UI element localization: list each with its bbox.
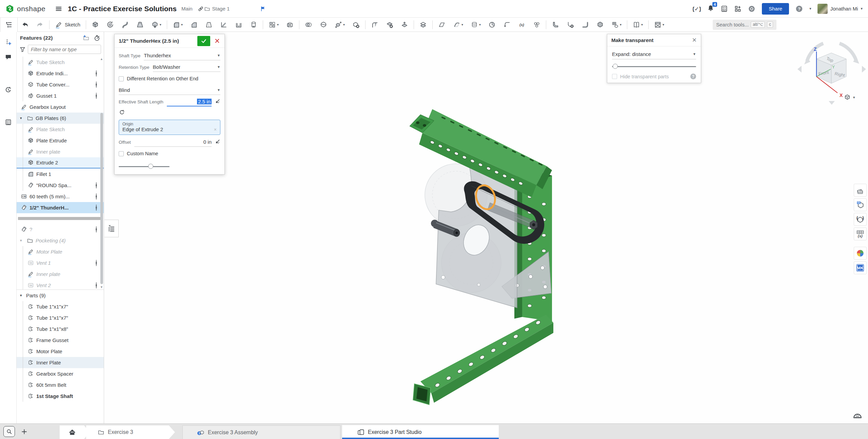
add-tab-button[interactable] (18, 426, 30, 437)
app-store-icon[interactable] (734, 5, 742, 13)
scroll-down-icon[interactable]: ▼ (100, 285, 103, 289)
shaft-type-select[interactable]: Thunderhex ▼ (144, 51, 220, 60)
3d-model[interactable] (400, 95, 559, 410)
feature-row[interactable]: ▾GB Plates (6) (17, 113, 104, 124)
offset-input[interactable]: 0 in (134, 138, 212, 147)
part-row[interactable]: Tube 1"x1"x7" (17, 301, 104, 312)
expand-mode-select[interactable]: Expand: distance ▼ (612, 49, 696, 59)
groups-tool-button[interactable] (529, 19, 544, 31)
flip-direction-icon[interactable] (119, 109, 125, 116)
drag-handle-icon[interactable] (94, 204, 99, 211)
sketch-tool-button[interactable]: Sketch (51, 19, 84, 31)
feature-row[interactable]: Plate Extrude (17, 135, 104, 146)
feature-row[interactable]: Fillet 1 (17, 168, 104, 180)
drag-handle-icon[interactable] (94, 70, 99, 77)
notebook-tool-button[interactable]: ▾ (629, 19, 647, 31)
help-circle-icon[interactable]: ? (690, 74, 696, 79)
feature-row[interactable]: Extrude 2 (17, 157, 104, 168)
home-tab[interactable] (60, 425, 90, 439)
tool-caret-icon[interactable]: ▾ (663, 23, 664, 26)
feature-row[interactable]: 1/2" ThunderH... (17, 202, 104, 213)
scroll-up-icon[interactable]: ▲ (100, 57, 103, 61)
view-options-menu[interactable]: ▾ (844, 94, 855, 101)
breadcrumb[interactable]: Stage 1 (204, 6, 230, 12)
rib-tool-button[interactable] (216, 19, 231, 31)
tool-caret-icon[interactable]: ▾ (277, 23, 279, 26)
linear-pattern-tool-button[interactable]: ▾ (265, 19, 282, 31)
undo-tool-button[interactable] (18, 19, 33, 31)
part-row[interactable]: Tube 1"x1"x7" (17, 312, 104, 323)
plane-tool-button[interactable] (434, 19, 449, 31)
remove-selection-icon[interactable]: × (214, 127, 217, 132)
featurescript-notices-icon[interactable]: {✓} (693, 5, 701, 13)
feature-row[interactable]: Plate Sketch (17, 124, 104, 135)
sm-solid-tool-button[interactable] (593, 19, 608, 31)
extrude-tool-button[interactable] (88, 19, 103, 31)
flag-icon[interactable] (260, 6, 266, 12)
search-tabs-button[interactable] (3, 426, 15, 437)
feature-row[interactable]: ▾Pocketing (4) (17, 235, 104, 246)
bom-cube-panel-button[interactable] (854, 198, 867, 211)
measure-tool[interactable] (852, 410, 863, 422)
feature-row[interactable]: Tube Sketch (17, 57, 104, 68)
share-button[interactable]: Share (762, 3, 789, 15)
part-row[interactable]: Tube 1"x1"x8" (17, 323, 104, 335)
origin-selection-box[interactable]: Origin Edge of Extrude 2 × (119, 120, 220, 135)
parts-header[interactable]: ▾ Parts (9) (17, 290, 104, 301)
opacity-slider[interactable] (119, 163, 170, 170)
sweep-tool-button[interactable] (118, 19, 133, 31)
feature-row[interactable]: VeVent 2 (17, 280, 104, 290)
retention-type-select[interactable]: Bolt/Washer ▼ (153, 63, 220, 72)
new-folder-icon[interactable] (83, 35, 90, 41)
help-icon[interactable]: ? (795, 5, 803, 13)
cancel-button[interactable] (212, 36, 222, 46)
measure-arrow-icon[interactable] (214, 139, 220, 145)
slider-knob[interactable] (148, 164, 153, 169)
confirm-button[interactable] (197, 36, 210, 46)
feature-row[interactable]: Extrude Indi... (17, 68, 104, 79)
filter-icon[interactable] (19, 46, 26, 53)
chamfer-tool-button[interactable] (186, 19, 201, 31)
redo-tool-button[interactable] (33, 19, 47, 31)
cylinder-tool-button[interactable] (485, 19, 499, 31)
workspace-label[interactable]: Main (181, 6, 193, 12)
feature-row[interactable]: CB60 teeth (5 mm)... (17, 191, 104, 202)
shell-tool-button[interactable] (231, 19, 246, 31)
mirror-tool-button[interactable] (282, 19, 297, 31)
measure-arrow-icon[interactable] (214, 98, 220, 105)
variable-table-panel-button[interactable]: (x) (854, 227, 867, 240)
boolean-tool-button[interactable] (301, 19, 316, 31)
drag-handle-icon[interactable] (94, 193, 99, 200)
part-row[interactable]: Frame Gusset (17, 335, 104, 346)
onshape-logo[interactable]: onshape (5, 4, 45, 13)
part-row[interactable]: Gearbox Spacer (17, 368, 104, 379)
tasks-icon[interactable] (721, 5, 728, 13)
curve-tool-button[interactable]: ▾ (449, 19, 467, 31)
feature-row[interactable]: Inner plate (17, 268, 104, 280)
feature-tree-scroll[interactable]: Tube SketchExtrude Indi...Tube Conver...… (17, 57, 104, 290)
loft-tool-button[interactable] (133, 19, 147, 31)
modify-fillet-tool-button[interactable] (367, 19, 382, 31)
pie-app-panel-button[interactable] (854, 247, 867, 260)
mk-app-panel-button[interactable]: MK (854, 261, 867, 274)
main-menu-icon[interactable] (55, 5, 62, 13)
link-icon[interactable] (197, 5, 204, 12)
slider-knob[interactable] (613, 64, 618, 69)
comments-button[interactable] (1, 51, 15, 63)
draft-tool-button[interactable] (201, 19, 216, 31)
drag-handle-icon[interactable] (94, 182, 99, 189)
part-row[interactable]: Inner Plate (17, 357, 104, 368)
hole-tool-button[interactable] (246, 19, 261, 31)
parts-caret-icon[interactable]: ▾ (20, 293, 25, 298)
drag-handle-icon[interactable] (94, 92, 99, 99)
thicken-tool-button[interactable]: ▾ (147, 19, 165, 31)
helix-tool-button[interactable]: ▾ (467, 19, 485, 31)
move-face-tool-button[interactable] (397, 19, 412, 31)
replace-face-tool-button[interactable] (416, 19, 431, 31)
sm-table-tool-button[interactable]: ▾ (608, 19, 625, 31)
feature-row[interactable]: Gusset 1 (17, 90, 104, 101)
help-caret-icon[interactable]: ▾ (809, 6, 811, 11)
view-cube[interactable]: Top Front Right Z X Y (797, 33, 868, 106)
feature-row[interactable]: Gearbox Layout (17, 101, 104, 113)
variable-tool-button[interactable]: (x) (514, 19, 529, 31)
